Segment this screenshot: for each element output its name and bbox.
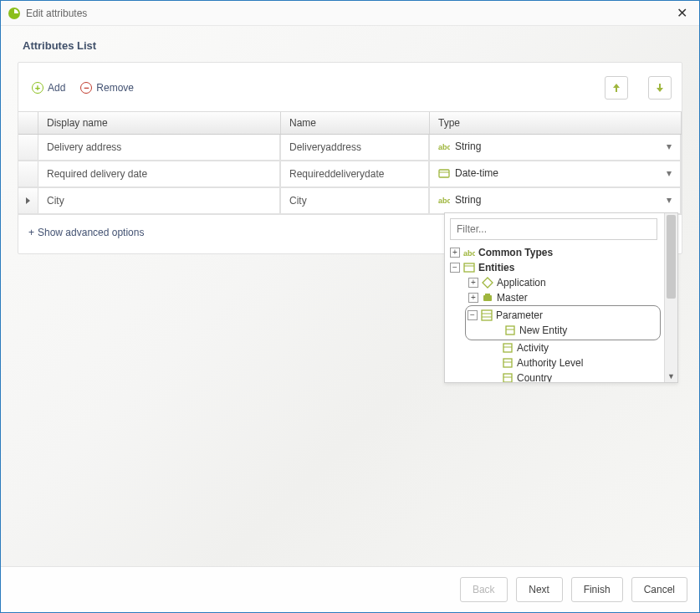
tree-node-activity[interactable]: Activity	[465, 340, 661, 355]
tree-node-entities[interactable]: − Entities	[450, 260, 661, 275]
type-dropdown-panel: + abc Common Types − Entities + Applicat…	[444, 212, 678, 383]
collapse-icon[interactable]: −	[468, 310, 478, 320]
chevron-down-icon: ▾	[667, 167, 672, 179]
svg-text:abc: abc	[463, 249, 475, 258]
entity-icon	[502, 342, 514, 354]
attributes-grid: Display name Name Type abc String ▾	[18, 111, 682, 215]
row-handle[interactable]	[18, 161, 38, 186]
type-dropdown[interactable]: abc String ▾	[430, 188, 680, 212]
advanced-label: Show advanced options	[38, 227, 144, 238]
svg-rect-10	[485, 294, 490, 295]
type-dropdown[interactable]: abc String ▾	[430, 135, 680, 158]
expand-icon[interactable]: +	[468, 278, 478, 288]
plus-icon: +	[32, 82, 43, 94]
application-icon	[482, 277, 493, 289]
tree-node-application[interactable]: + Application	[450, 275, 661, 290]
tree-label: Master	[497, 292, 528, 304]
arrow-down-icon	[656, 83, 664, 93]
type-dropdown[interactable]: Date-time ▾	[430, 161, 680, 185]
svg-marker-8	[483, 278, 493, 288]
filter-input[interactable]	[450, 218, 657, 240]
svg-rect-11	[482, 310, 492, 320]
expand-icon[interactable]: +	[468, 293, 478, 303]
svg-rect-2	[439, 170, 449, 177]
type-tree: + abc Common Types − Entities + Applicat…	[450, 245, 661, 382]
display-name-input[interactable]	[38, 135, 279, 160]
app-icon	[8, 7, 21, 20]
datetime-icon	[438, 168, 450, 178]
type-label: String	[455, 140, 481, 152]
tree-label: Entities	[478, 262, 514, 273]
svg-rect-20	[503, 374, 512, 382]
expand-icon[interactable]: +	[450, 248, 460, 258]
string-icon: abc	[438, 195, 450, 205]
dialog-footer: Back Next Finish Cancel	[1, 566, 699, 612]
col-name[interactable]: Name	[281, 112, 430, 134]
tree-node-common-types[interactable]: + abc Common Types	[450, 245, 661, 260]
current-row-indicator-icon	[26, 197, 30, 204]
name-input[interactable]	[281, 188, 428, 213]
add-button[interactable]: + Add	[32, 82, 65, 94]
titlebar: Edit attributes ✕	[1, 1, 699, 26]
string-icon: abc	[438, 141, 450, 151]
entity-icon	[502, 372, 514, 382]
tree-node-authority-level[interactable]: Authority Level	[465, 355, 661, 370]
grid-header: Display name Name Type	[18, 112, 682, 135]
row-handle[interactable]	[18, 188, 38, 213]
table-row[interactable]: abc String ▾	[18, 135, 682, 161]
move-down-button[interactable]	[648, 76, 672, 100]
svg-rect-6	[464, 263, 474, 272]
dialog-window: Edit attributes ✕ Attributes List + Add …	[0, 0, 700, 613]
tree-label: Application	[497, 277, 546, 289]
master-icon	[482, 292, 493, 304]
scrollbar-thumb[interactable]	[667, 215, 676, 299]
row-handle[interactable]	[18, 135, 38, 160]
move-up-button[interactable]	[605, 76, 628, 100]
col-type[interactable]: Type	[430, 112, 682, 134]
svg-rect-16	[503, 344, 512, 352]
back-button[interactable]: Back	[460, 577, 508, 602]
tree-node-master[interactable]: + Master	[450, 290, 661, 305]
type-label: String	[455, 194, 481, 206]
page-title: Attributes List	[23, 39, 682, 52]
dropdown-scrollbar[interactable]: ▼	[664, 213, 677, 382]
tree-node-country[interactable]: Country	[465, 370, 661, 382]
string-icon: abc	[463, 247, 475, 258]
parameter-icon	[481, 309, 493, 321]
svg-rect-9	[483, 295, 492, 301]
scroll-down-icon[interactable]: ▼	[665, 372, 677, 381]
panel-toolbar: + Add − Remove	[18, 63, 682, 111]
tree-node-new-entity[interactable]: New Entity	[468, 323, 655, 338]
display-name-input[interactable]	[38, 188, 279, 213]
tree-label: Authority Level	[517, 357, 583, 369]
entity-group-icon	[463, 262, 475, 273]
remove-label: Remove	[96, 82, 134, 94]
arrow-up-icon	[612, 83, 621, 93]
entity-icon	[502, 357, 514, 369]
remove-button[interactable]: − Remove	[80, 82, 134, 94]
tree-label: New Entity	[519, 324, 567, 336]
col-display-name[interactable]: Display name	[38, 112, 281, 134]
type-label: Date-time	[455, 167, 498, 179]
tree-label: Parameter	[496, 309, 543, 321]
svg-text:abc: abc	[438, 197, 450, 205]
close-button[interactable]: ✕	[672, 5, 692, 21]
collapse-icon[interactable]: −	[450, 263, 460, 273]
next-button[interactable]: Next	[516, 577, 563, 602]
cancel-button[interactable]: Cancel	[631, 577, 687, 602]
finish-button[interactable]: Finish	[571, 577, 623, 602]
svg-rect-18	[503, 359, 512, 367]
table-row[interactable]: Date-time ▾	[18, 161, 682, 188]
name-input[interactable]	[281, 135, 428, 160]
chevron-down-icon: ▾	[667, 194, 672, 206]
tree-label: Country	[517, 372, 552, 382]
chevron-down-icon: ▾	[667, 140, 672, 152]
display-name-input[interactable]	[38, 161, 279, 186]
minus-icon: −	[80, 82, 92, 94]
tree-label: Activity	[517, 342, 549, 354]
tree-node-parameter[interactable]: − Parameter	[468, 308, 655, 323]
tree-label: Common Types	[478, 247, 553, 258]
table-row[interactable]: abc String ▾	[18, 188, 682, 215]
name-input[interactable]	[281, 161, 428, 186]
entity-icon	[504, 324, 516, 336]
